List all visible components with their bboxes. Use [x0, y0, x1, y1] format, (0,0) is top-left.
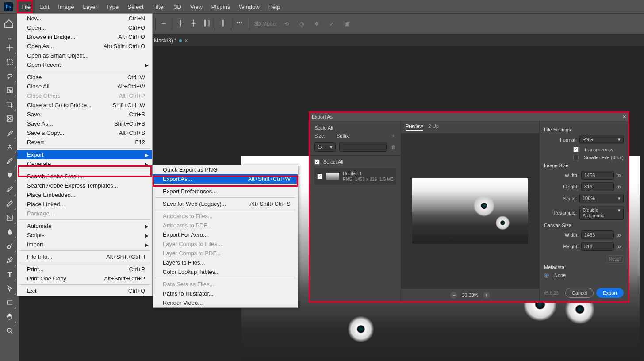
- menu-layer[interactable]: Layer: [79, 0, 102, 13]
- eraser-tool[interactable]: [3, 196, 17, 211]
- menu-item[interactable]: Open Recent▶: [17, 60, 152, 69]
- menu-item[interactable]: Save As...Shift+Ctrl+S: [17, 119, 152, 128]
- menu-edit[interactable]: Edit: [35, 0, 54, 13]
- format-select[interactable]: PNG▾: [579, 135, 624, 144]
- clone-stamp-tool[interactable]: [3, 168, 17, 182]
- menu-item[interactable]: Close AllAlt+Ctrl+W: [17, 82, 152, 91]
- is-scale-select[interactable]: 100%▾: [579, 194, 624, 203]
- menu-item[interactable]: Open as Smart Object...: [17, 51, 152, 60]
- menu-item[interactable]: Print...Ctrl+P: [17, 265, 152, 274]
- scale-select[interactable]: 1x▾: [314, 142, 336, 152]
- menu-item[interactable]: SaveCtrl+S: [17, 110, 152, 119]
- home-icon[interactable]: [4, 19, 14, 29]
- rectangle-tool[interactable]: [3, 296, 17, 310]
- menu-image[interactable]: Image: [54, 0, 78, 13]
- menu-item[interactable]: Print One CopyAlt+Shift+Ctrl+P: [17, 274, 152, 283]
- crop-tool[interactable]: [3, 97, 17, 111]
- menu-item[interactable]: Paths to Illustrator...: [153, 289, 298, 298]
- menu-window[interactable]: Window: [234, 0, 264, 13]
- export-file-row[interactable]: ✓ Untitled-1 PNG1456 x 8161.5 MB: [314, 168, 396, 185]
- menu-filter[interactable]: Filter: [148, 0, 169, 13]
- menu-item[interactable]: Generate▶: [17, 159, 152, 169]
- menu-item[interactable]: Close and Go to Bridge...Shift+Ctrl+W: [17, 100, 152, 110]
- zoom-in-icon[interactable]: +: [483, 292, 490, 299]
- export-button[interactable]: Export: [596, 288, 624, 298]
- distribute-4-icon[interactable]: ║: [218, 18, 228, 28]
- tab-close-icon[interactable]: ×: [184, 37, 188, 44]
- menu-item[interactable]: Export▶: [17, 150, 152, 159]
- distribute-3-icon[interactable]: ║║: [201, 18, 212, 28]
- pen-tool[interactable]: [3, 253, 17, 267]
- document-tab[interactable]: Mask/8) * ×: [150, 35, 192, 46]
- menu-item[interactable]: Import▶: [17, 240, 152, 249]
- menu-item[interactable]: Browse in Bridge...Alt+Ctrl+O: [17, 32, 152, 42]
- brush-tool[interactable]: [3, 154, 17, 168]
- cs-height-input[interactable]: 816: [581, 242, 614, 251]
- is-height-input[interactable]: 816: [581, 182, 614, 191]
- menu-item[interactable]: Save a Copy...Alt+Ctrl+S: [17, 128, 152, 138]
- path-select-tool[interactable]: [3, 281, 17, 296]
- dialog-close-icon[interactable]: ✕: [622, 114, 626, 120]
- distribute-h-icon[interactable]: ╫: [175, 18, 185, 28]
- gradient-tool[interactable]: [3, 211, 17, 225]
- menu-item[interactable]: Export Preferences...: [153, 187, 298, 196]
- menu-help[interactable]: Help: [264, 0, 285, 13]
- file-checkbox[interactable]: ✓: [317, 174, 322, 179]
- eyedropper-tool[interactable]: [3, 126, 17, 140]
- cancel-button[interactable]: Cancel: [565, 288, 594, 298]
- metadata-none-radio[interactable]: [544, 273, 549, 278]
- menu-item[interactable]: Export For Aero...: [153, 230, 298, 239]
- move-tool[interactable]: [3, 41, 17, 55]
- menu-view[interactable]: View: [186, 0, 207, 13]
- hand-tool[interactable]: [3, 310, 17, 324]
- menu-item[interactable]: Place Linked...: [17, 200, 152, 209]
- select-all-checkbox[interactable]: ✓: [314, 159, 320, 165]
- suffix-input[interactable]: [339, 142, 387, 152]
- healing-brush-tool[interactable]: [3, 140, 17, 154]
- menu-item[interactable]: Open As...Alt+Shift+Ctrl+O: [17, 42, 152, 51]
- menu-item[interactable]: Search Adobe Stock...: [17, 172, 152, 181]
- reset-button[interactable]: Reset: [606, 255, 624, 263]
- zoom-out-icon[interactable]: −: [450, 292, 457, 299]
- delete-size-icon[interactable]: 🗑: [390, 144, 396, 150]
- object-select-tool[interactable]: [3, 83, 17, 97]
- blur-tool[interactable]: [3, 225, 17, 239]
- distribute-v-icon[interactable]: ╪: [188, 18, 199, 28]
- smaller-file-checkbox[interactable]: [573, 155, 579, 160]
- type-tool[interactable]: [3, 267, 17, 281]
- tab-2up[interactable]: 2-Up: [428, 123, 439, 131]
- align-top-icon[interactable]: ═: [158, 18, 169, 28]
- menu-3d[interactable]: 3D: [169, 0, 186, 13]
- menu-item[interactable]: New...Ctrl+N: [17, 14, 152, 23]
- dodge-tool[interactable]: [3, 239, 17, 253]
- history-brush-tool[interactable]: [3, 182, 17, 196]
- menu-item[interactable]: Color Lookup Tables...: [153, 267, 298, 277]
- menu-item[interactable]: Scripts▶: [17, 230, 152, 240]
- menu-item[interactable]: Export As...Alt+Shift+Ctrl+W: [153, 174, 298, 184]
- tab-preview[interactable]: Preview: [406, 123, 423, 131]
- menu-plugins[interactable]: Plugins: [207, 0, 235, 13]
- menu-item[interactable]: ExitCtrl+Q: [17, 286, 152, 296]
- menu-type[interactable]: Type: [102, 0, 123, 13]
- menu-item[interactable]: Place Embedded...: [17, 190, 152, 200]
- cs-width-input[interactable]: 1456: [581, 230, 614, 239]
- lasso-tool[interactable]: [3, 69, 17, 83]
- menu-item[interactable]: CloseCtrl+W: [17, 73, 152, 82]
- menu-select[interactable]: Select: [123, 0, 148, 13]
- is-resample-select[interactable]: Bicubic Automatic▾: [579, 206, 624, 220]
- menu-item[interactable]: Automate▶: [17, 221, 152, 230]
- marquee-tool[interactable]: [3, 55, 17, 69]
- add-size-icon[interactable]: +: [390, 133, 396, 138]
- zoom-tool[interactable]: [3, 324, 17, 338]
- toolbar-grip-icon[interactable]: ▸▸: [0, 36, 19, 41]
- more-icon[interactable]: •••: [234, 18, 245, 28]
- menu-item[interactable]: Search Adobe Express Templates...: [17, 181, 152, 190]
- menu-item[interactable]: File Info...Alt+Shift+Ctrl+I: [17, 252, 152, 261]
- menu-item[interactable]: Save for Web (Legacy)...Alt+Shift+Ctrl+S: [153, 199, 298, 208]
- is-width-input[interactable]: 1456: [581, 171, 614, 180]
- menu-item[interactable]: Open...Ctrl+O: [17, 23, 152, 32]
- menu-item[interactable]: Layers to Files...: [153, 258, 298, 267]
- menu-item[interactable]: Render Video...: [153, 298, 298, 307]
- frame-tool[interactable]: [3, 111, 17, 126]
- menu-file[interactable]: File: [17, 0, 35, 13]
